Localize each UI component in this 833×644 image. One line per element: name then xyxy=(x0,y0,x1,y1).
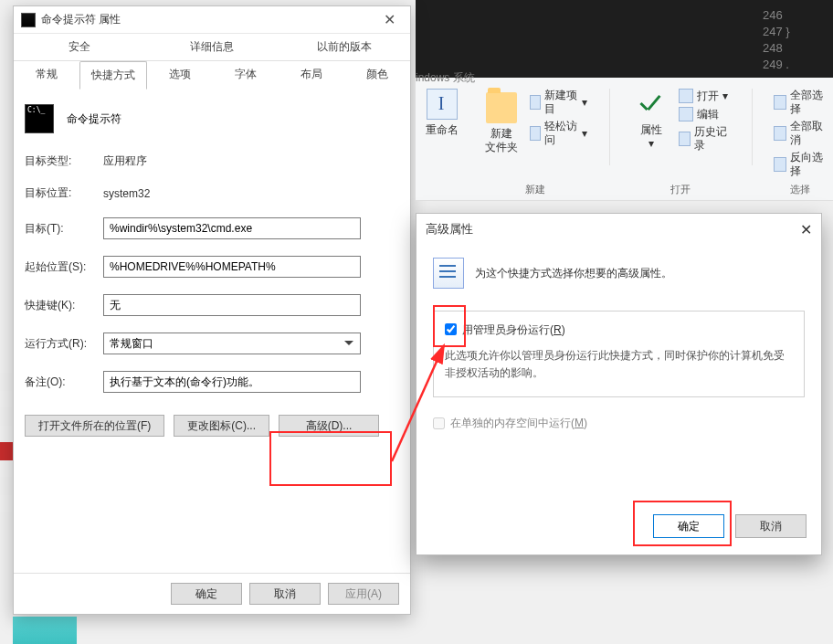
target-input[interactable] xyxy=(103,217,361,239)
ribbon-select-all[interactable]: 全部选择 xyxy=(774,89,826,116)
apply-button[interactable]: 应用(A) xyxy=(328,583,399,605)
easy-access-icon xyxy=(530,126,542,141)
select-all-label: 全部选择 xyxy=(790,89,826,116)
tab-font[interactable]: 字体 xyxy=(213,61,279,90)
chevron-down-icon: ▾ xyxy=(582,96,587,109)
ribbon-separator xyxy=(752,89,753,165)
annotation-box-checkbox xyxy=(433,305,466,347)
ribbon-rename[interactable]: 重命名 xyxy=(423,89,461,200)
run-mode-select[interactable]: 常规窗口 xyxy=(103,333,361,354)
target-label: 目标(T): xyxy=(25,221,103,237)
ribbon-rename-label: 重命名 xyxy=(426,123,459,137)
easy-access-label: 轻松访问 xyxy=(544,120,578,147)
ribbon-new-folder[interactable]: 新建文件夹 xyxy=(483,89,521,154)
new-item-label: 新建项目 xyxy=(544,89,578,116)
comment-input[interactable] xyxy=(103,371,361,393)
cancel-button[interactable]: 取消 xyxy=(249,583,321,605)
ribbon-select-none[interactable]: 全部取消 xyxy=(774,120,826,147)
group-label-select: 选择 xyxy=(790,183,810,196)
tab-row-top: 安全 详细信息 以前的版本 xyxy=(14,34,410,61)
chevron-down-icon: ▾ xyxy=(722,90,728,102)
separate-memory-checkbox xyxy=(433,417,445,429)
dialog-titlebar[interactable]: 命令提示符 属性 ✕ xyxy=(14,6,410,34)
startin-label: 起始位置(S): xyxy=(25,259,103,275)
tab-options[interactable]: 选项 xyxy=(147,61,213,90)
tab-row-bottom: 常规 快捷方式 选项 字体 布局 颜色 xyxy=(14,61,410,90)
history-icon xyxy=(679,132,691,146)
hotkey-input[interactable] xyxy=(103,294,361,316)
separate-memory-label: 在单独的内存空间中运行(M) xyxy=(450,416,587,431)
run-as-admin-desc: 此选项允许你以管理员身份运行此快捷方式，同时保护你的计算机免受非授权活动的影响。 xyxy=(445,347,793,382)
edit-icon xyxy=(679,107,693,121)
ribbon-history[interactable]: 历史记录 xyxy=(679,125,730,153)
adv-title-text: 高级属性 xyxy=(426,222,473,238)
startin-input[interactable] xyxy=(103,256,361,278)
close-icon[interactable]: ✕ xyxy=(376,9,403,30)
shortcut-name: 命令提示符 xyxy=(67,111,121,127)
invert-icon xyxy=(774,157,786,172)
select-none-label: 全部取消 xyxy=(790,120,826,147)
target-type-value: 应用程序 xyxy=(103,153,147,169)
select-all-icon xyxy=(774,95,786,110)
close-icon[interactable]: ✕ xyxy=(800,221,812,238)
comment-label: 备注(O): xyxy=(25,375,103,390)
hotkey-label: 快捷键(K): xyxy=(25,298,103,313)
folder-icon xyxy=(486,92,517,123)
properties-dialog: 命令提示符 属性 ✕ 安全 详细信息 以前的版本 常规 快捷方式 选项 字体 布… xyxy=(13,5,411,615)
target-location-label: 目标位置: xyxy=(25,185,103,201)
ribbon-invert-selection[interactable]: 反向选择 xyxy=(774,151,826,178)
ok-button[interactable]: 确定 xyxy=(171,583,242,605)
run-label: 运行方式(R): xyxy=(25,336,103,352)
shortcut-header: 命令提示符 xyxy=(14,90,410,153)
ribbon-open[interactable]: 打开 ▾ xyxy=(679,89,730,103)
tab-previous-versions[interactable]: 以前的版本 xyxy=(278,34,410,60)
newfolder-label-2: 文件夹 xyxy=(485,142,518,153)
advanced-properties-dialog: 高级属性 ✕ 为这个快捷方式选择你想要的高级属性。 用管理员身份运行(R) 此选… xyxy=(416,213,822,555)
tab-general[interactable]: 常规 xyxy=(14,61,79,90)
ribbon-easy-access[interactable]: 轻松访问 ▾ xyxy=(530,120,588,147)
ribbon-group-open: 属性▾ 打开 ▾ 编辑 历史记录 打开 xyxy=(632,89,729,200)
group-label-open: 打开 xyxy=(670,183,691,196)
editor-line: 246 xyxy=(763,7,833,24)
group-label-new: 新建 xyxy=(525,183,545,196)
tab-colors[interactable]: 颜色 xyxy=(344,61,410,90)
open-icon xyxy=(679,89,693,103)
editor-line: 247 } xyxy=(763,24,833,40)
select-none-icon xyxy=(774,126,786,141)
tab-layout[interactable]: 布局 xyxy=(279,61,344,90)
cmd-icon xyxy=(21,13,36,27)
tab-security[interactable]: 安全 xyxy=(14,34,146,60)
run-as-admin-group: 用管理员身份运行(R) 此选项允许你以管理员身份运行此快捷方式，同时保护你的计算… xyxy=(433,311,805,397)
annotation-box-ok-button xyxy=(633,501,732,546)
dialog-title-text: 命令提示符 属性 xyxy=(41,12,121,27)
ribbon-edit[interactable]: 编辑 xyxy=(679,107,730,121)
adv-titlebar[interactable]: 高级属性 ✕ xyxy=(416,214,821,245)
open-label: 打开 xyxy=(697,90,719,103)
annotation-box-advanced-button xyxy=(269,431,392,486)
tab-details[interactable]: 详细信息 xyxy=(146,34,279,60)
edit-label: 编辑 xyxy=(697,108,719,121)
ribbon-separator xyxy=(609,89,610,165)
explorer-ribbon: indows 系统 重命名 新建文件夹 新建项目 ▾ 轻松访问 ▾ 新建 属性▾… xyxy=(416,78,833,201)
target-location-value: system32 xyxy=(103,187,150,200)
editor-line: 249 . xyxy=(763,57,833,73)
chevron-down-icon: ▾ xyxy=(582,127,587,140)
editor-background: 246 247 } 248 249 . xyxy=(416,0,833,78)
new-item-icon xyxy=(530,95,542,110)
adv-cancel-button[interactable]: 取消 xyxy=(735,514,807,538)
list-icon xyxy=(433,258,464,289)
adv-intro-text: 为这个快捷方式选择你想要的高级属性。 xyxy=(475,266,672,281)
open-file-location-button[interactable]: 打开文件所在的位置(F) xyxy=(25,415,164,437)
tab-shortcut[interactable]: 快捷方式 xyxy=(79,61,147,90)
ribbon-group-new: 新建文件夹 新建项目 ▾ 轻松访问 ▾ 新建 xyxy=(483,89,588,200)
invert-label: 反向选择 xyxy=(790,151,826,178)
ribbon-properties[interactable]: 属性▾ xyxy=(632,89,670,150)
ribbon-group-select: 全部选择 全部取消 反向选择 选择 xyxy=(774,89,826,200)
run-as-admin-label[interactable]: 用管理员身份运行(R) xyxy=(462,322,565,338)
checkmark-icon xyxy=(636,89,667,120)
ribbon-new-item[interactable]: 新建项目 ▾ xyxy=(530,89,588,116)
change-icon-button[interactable]: 更改图标(C)... xyxy=(174,415,269,437)
target-type-label: 目标类型: xyxy=(25,153,103,169)
editor-line: 248 xyxy=(763,40,833,57)
properties-label: 属性 xyxy=(640,124,662,135)
